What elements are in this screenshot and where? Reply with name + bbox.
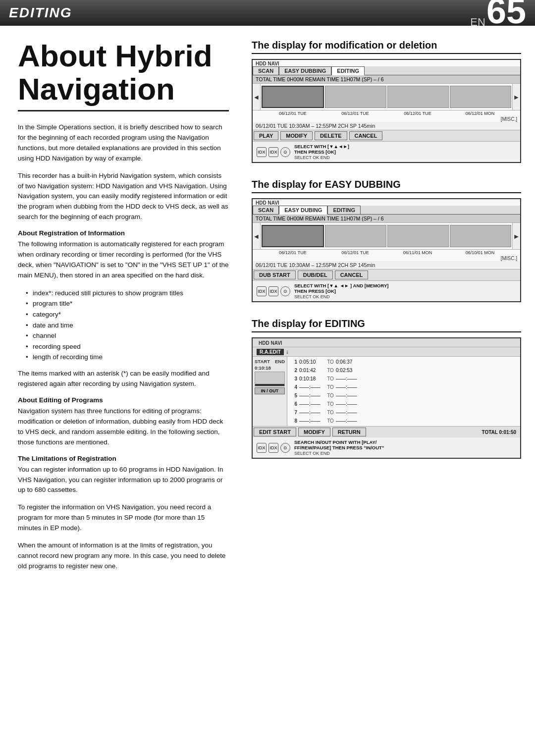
btn-dub-del[interactable]: DUB/DEL (298, 270, 333, 279)
bullet-item: channel (26, 330, 229, 341)
section-text-editing: Navigation system has three functions fo… (18, 406, 229, 448)
btn-cancel-2[interactable]: CANCEL (335, 270, 369, 279)
thumb-2[interactable] (325, 86, 386, 108)
hdd-info-bar-1: 06/12/01 TUE 10:30AM – 12:55PM 2CH SP 14… (253, 122, 520, 130)
bullet-item: category* (26, 309, 229, 320)
hdd-navi-dubbing-box: HDD NAVI SCAN EASY DUBING EDITING TOTAL … (252, 198, 521, 302)
row-to-4: TO (325, 383, 336, 391)
row-to-6: TO (325, 400, 336, 408)
hdd-info-bar-2: 06/12/01 TUE 10:30AM – 12:55PM 2CH SP 14… (253, 261, 520, 270)
row-time-out-4: ——:—— (336, 383, 362, 391)
display-editing-section: The display for EDITING HDD NAVI R.A.EDI… (252, 318, 521, 459)
tab-spacer (365, 66, 520, 75)
row-time-in-4: ——:—— (299, 383, 325, 391)
row-num-4: 4 (290, 383, 297, 391)
hdd-btn-row-1: PLAY MODIFY DELETE CANCEL (253, 130, 520, 142)
section-heading-registration: About Registration of Information (18, 229, 229, 237)
left-arrow-icon-1: ◄ (253, 84, 261, 110)
hdd-thumbs-1 (261, 84, 512, 110)
thumb-3[interactable] (387, 86, 449, 108)
control-instruction-4: THEN PRESS [OK] (294, 288, 388, 294)
btn-return[interactable]: RETURN (332, 428, 366, 436)
thumb-4[interactable] (450, 86, 511, 108)
hdd-dates-2: 06/12/01 TUE 06/12/01 TUE 06/11/01 MON 0… (253, 250, 520, 256)
row-num-7: 7 (290, 408, 297, 417)
section-text-registration: The following information is automatical… (18, 239, 229, 281)
hdd-misc-2: [MISC.] (253, 256, 520, 261)
edit-row-4: 4 ——:—— TO ——:—— (290, 383, 517, 391)
btn-play[interactable]: PLAY (254, 131, 278, 140)
edit-row-8: 8 ——:—— TO ——:—— (290, 417, 517, 425)
row-num-2: 2 (290, 366, 297, 375)
row-to-5: TO (325, 391, 336, 400)
page-number: 65 (486, 0, 526, 29)
edit-total: TOTAL 0:01:50 (478, 429, 520, 436)
hdd-thumb-row-1: ◄ ► (253, 84, 520, 110)
nav-icon-3: ⊙ (280, 443, 290, 453)
hdd-status-bar-2: TOTAL TIME 0H00M REMAIN TIME 11H07M (SP)… (253, 215, 520, 223)
btn-edit-modify[interactable]: MODIFY (298, 428, 330, 436)
tab-editing-1[interactable]: EDITING (331, 66, 365, 75)
hdd-dates-1: 06/12/01 TUE 06/12/01 TUE 06/12/01 TUE 0… (253, 110, 520, 116)
thumb-2-3[interactable] (387, 225, 449, 247)
row-time-in-8: ——:—— (299, 417, 325, 425)
nav-icon-2: ⊙ (280, 286, 290, 296)
edit-btn-row: EDIT START MODIFY RETURN TOTAL 0:01:50 (253, 426, 520, 437)
row-to-2: TO (325, 366, 336, 375)
edit-start-end: START END (255, 359, 285, 364)
hdd-navi-label-1: HDD NAVI (253, 60, 520, 66)
tab-scan-1[interactable]: SCAN (253, 66, 279, 75)
page-title: About Hybrid Navigation (18, 40, 229, 111)
btn-cancel[interactable]: CANCEL (349, 131, 383, 140)
hdd-tabs-dubbing: SCAN EASY DUBING EDITING (253, 206, 520, 215)
intro-para-2: This recorder has a built-in Hybrid Navi… (18, 171, 229, 223)
date-2-1: 06/12/01 TUE (262, 250, 324, 255)
bullet-item: date and time (26, 320, 229, 331)
thumb-2-4[interactable] (450, 225, 511, 247)
control-labels-1: SELECT OK END (294, 155, 349, 160)
row-time-in-2: 0:01:42 (299, 366, 325, 375)
tab-easy-dubing-2[interactable]: EASY DUBING (279, 206, 327, 215)
section-text-limitations-2: To register the information on VHS Navig… (18, 502, 229, 534)
edit-row-1: 1 0:05:10 TO 0:06:37 (290, 358, 517, 366)
thumb-1[interactable] (262, 86, 324, 108)
left-column: About Hybrid Navigation In the Simple Op… (0, 26, 243, 593)
thumb-2-2[interactable] (325, 225, 386, 247)
control-icons-1: IDX IDX ⊙ (257, 147, 290, 157)
row-time-in-5: ——:—— (299, 391, 325, 400)
row-to-1: TO (325, 358, 336, 366)
display-easy-dubbing-title: The display for EASY DUBBING (252, 179, 521, 193)
hdd-thumbs-2 (261, 223, 512, 249)
in-out-button[interactable]: IN / OUT (255, 387, 285, 394)
right-arrow-icon-1: ► (512, 84, 520, 110)
tab-easy-dubbing-1[interactable]: EASY DUBBING (279, 66, 331, 75)
start-label: START (255, 359, 270, 364)
right-column: The display for modification or deletion… (243, 26, 535, 593)
nav-icon-1: ⊙ (280, 147, 290, 157)
edit-content: START END 0:10:18 IN / OUT 1 0:05:10 (253, 357, 520, 426)
edit-timeline (255, 372, 285, 386)
control-instruction-5: SEARCH IN/OUT POINT WITH [PLAY/ (294, 439, 384, 445)
tab-scan-2[interactable]: SCAN (253, 206, 279, 214)
control-instruction-2: THEN PRESS [OK] (294, 149, 349, 155)
row-time-out-1: 0:06:37 (336, 358, 362, 366)
edit-table: 1 0:05:10 TO 0:06:37 2 0:01:42 TO 0:02:5… (287, 357, 520, 426)
btn-delete[interactable]: DELETE (315, 131, 347, 140)
date-2-2: 06/12/01 TUE (324, 250, 386, 255)
date-1: 06/12/01 TUE (262, 111, 324, 116)
bullet-item: recording speed (26, 341, 229, 352)
btn-edit-start[interactable]: EDIT START (254, 428, 296, 436)
hdd-navi-label-3: HDD NAVI (256, 339, 285, 346)
tab-editing-2[interactable]: EDITING (327, 206, 361, 214)
page-number-area: EN 65 (470, 0, 526, 29)
bullet-list-registration: index*: reduced still pictures to show p… (18, 288, 229, 363)
ra-edit-badge: R.A.EDIT (257, 349, 284, 355)
btn-dub-start[interactable]: DUB START (254, 270, 296, 279)
btn-modify[interactable]: MODIFY (280, 131, 313, 140)
bullet-item: index*: reduced still pictures to show p… (26, 288, 229, 299)
editing-label: EDITING (9, 5, 72, 21)
hdd-status-bar-1: TOTAL TIME 0H00M REMAIN TIME 11H07M (SP)… (253, 75, 520, 84)
display-modification-title: The display for modification or deletion (252, 40, 521, 54)
after-bullets-text: The items marked with an asterisk (*) ca… (18, 369, 229, 389)
thumb-2-1[interactable] (262, 225, 324, 247)
